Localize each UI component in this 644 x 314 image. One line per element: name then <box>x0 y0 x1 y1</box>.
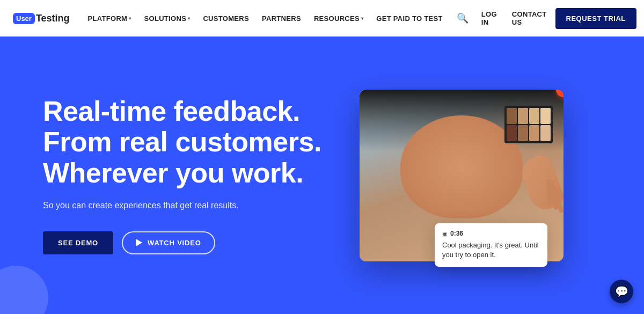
chevron-down-icon: ▾ <box>361 16 363 21</box>
hero-visual: ▣ 0:36 Cool packaging. It's great. Until… <box>322 36 601 314</box>
nav-get-paid[interactable]: GET PAID TO TEST <box>371 10 448 27</box>
nav-platform[interactable]: PLATFORM ▾ <box>83 10 137 27</box>
logo-brand: Testing <box>36 13 70 24</box>
palette-color-slot <box>540 125 551 141</box>
search-button[interactable]: 🔍 <box>452 8 473 28</box>
see-demo-button[interactable]: SEE DEMO <box>43 231 113 254</box>
caption-text: Cool packaging. It's great. Until you tr… <box>442 240 540 260</box>
chevron-down-icon: ▾ <box>188 16 190 21</box>
contact-link[interactable]: CONTACT US <box>506 6 553 31</box>
nav-right: 🔍 LOG IN CONTACT US REQUEST TRIAL <box>452 6 636 31</box>
chevron-down-icon: ▾ <box>129 16 131 21</box>
navigation: User Testing PLATFORM ▾ SOLUTIONS ▾ CUST… <box>0 0 644 36</box>
watch-video-button[interactable]: WATCH VIDEO <box>122 231 215 254</box>
hero-headline: Real-time feedback. From real customers.… <box>43 96 322 188</box>
palette-color-slot <box>529 108 539 124</box>
palette-color-slot <box>518 108 528 124</box>
nav-partners[interactable]: PARTNERS <box>257 10 306 27</box>
search-icon: 🔍 <box>457 12 469 24</box>
hero-section: Real-time feedback. From real customers.… <box>0 36 644 314</box>
palette-color-slot <box>518 125 528 141</box>
nav-resources[interactable]: RESOURCES ▾ <box>309 10 369 27</box>
palette-color-slot <box>529 125 539 141</box>
caption-header: ▣ 0:36 <box>442 230 540 237</box>
video-clip-icon: ▣ <box>442 231 447 237</box>
play-icon <box>136 239 142 246</box>
makeup-palette <box>504 106 553 143</box>
palette-color-slot <box>507 125 517 141</box>
caption-card: ▣ 0:36 Cool packaging. It's great. Until… <box>435 223 547 266</box>
nav-solutions[interactable]: SOLUTIONS ▾ <box>139 10 196 27</box>
chat-bubble[interactable]: 💬 <box>610 280 633 303</box>
logo[interactable]: User Testing <box>13 13 70 24</box>
nav-links: PLATFORM ▾ SOLUTIONS ▾ CUSTOMERS PARTNER… <box>83 10 448 27</box>
hero-subtitle: So you can create experiences that get r… <box>43 199 322 212</box>
logo-box: User <box>13 13 35 24</box>
hero-buttons: SEE DEMO WATCH VIDEO <box>43 231 322 254</box>
hero-content: Real-time feedback. From real customers.… <box>43 96 322 254</box>
login-link[interactable]: LOG IN <box>475 6 503 31</box>
caption-timestamp: 0:36 <box>450 230 463 237</box>
request-trial-button[interactable]: REQUEST TRIAL <box>555 8 636 29</box>
palette-color-slot <box>507 108 517 124</box>
blob-decoration <box>0 266 48 314</box>
palette-color-slot <box>540 108 551 124</box>
nav-customers[interactable]: CUSTOMERS <box>197 10 254 27</box>
chat-icon: 💬 <box>615 285 628 298</box>
